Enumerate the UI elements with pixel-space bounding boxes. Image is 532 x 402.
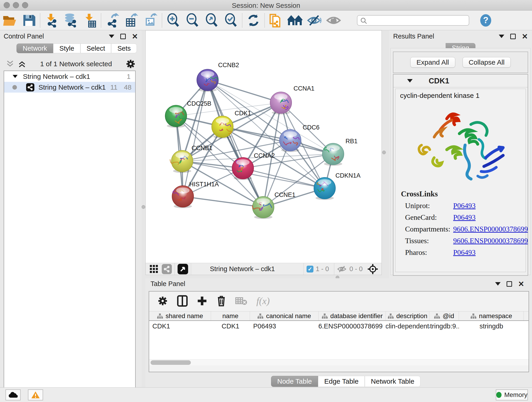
panel-float-icon[interactable] xyxy=(510,34,516,39)
crosslink-link[interactable]: P06493 xyxy=(453,213,476,222)
control-tab-style[interactable]: Style xyxy=(53,44,80,53)
crosslink-link[interactable]: P06493 xyxy=(453,201,476,210)
network-collection-row[interactable]: String Network – cdk1 1 xyxy=(4,71,135,82)
table-cell[interactable]: CDK1 xyxy=(149,321,211,332)
crosslink-link[interactable]: P06493 xyxy=(453,248,476,257)
left-splitter-handle[interactable] xyxy=(142,205,145,209)
refresh-icon[interactable] xyxy=(244,12,263,28)
panel-close-icon[interactable]: ✕ xyxy=(522,34,528,39)
panel-close-icon[interactable]: ✕ xyxy=(132,34,138,39)
table-cell[interactable]: P06493 xyxy=(250,321,319,332)
collection-expander-icon[interactable] xyxy=(13,75,18,78)
entry-expander-icon[interactable] xyxy=(407,79,413,83)
node-CDKN1A[interactable]: CDKN1A xyxy=(314,172,361,200)
show-columns-icon[interactable] xyxy=(177,295,188,307)
collapse-all-icon[interactable] xyxy=(6,60,15,68)
network-options-gear-icon[interactable] xyxy=(126,59,136,69)
expand-all-button[interactable]: Expand All xyxy=(410,57,455,68)
table-row[interactable]: CDK1CDK1P064939606.ENSP00000378699cyclin… xyxy=(149,321,529,332)
column-header-name[interactable]: name xyxy=(211,312,250,320)
zoom-fit-icon[interactable] xyxy=(202,12,221,28)
export-network-icon[interactable] xyxy=(103,12,122,28)
show-all-eye-icon[interactable] xyxy=(324,12,343,28)
network-canvas[interactable]: CCNB2CCNA1CDC25BCDK1CDC6RB1CCNB1CCNA2CDK… xyxy=(146,30,382,275)
crosshair-icon[interactable] xyxy=(367,264,378,274)
table-panel: Table Panel ✕ f(x) shared namenamecanoni… xyxy=(146,278,532,387)
protein-entry-header[interactable]: CDK1 xyxy=(393,75,528,87)
collapse-all-button[interactable]: Collapse All xyxy=(462,57,511,68)
open-file-icon[interactable] xyxy=(0,12,19,28)
network-share-view-icon[interactable] xyxy=(162,264,172,274)
save-session-icon[interactable] xyxy=(19,12,38,28)
open-in-window-icon[interactable] xyxy=(177,264,188,274)
control-tab-sets[interactable]: Sets xyxy=(111,44,137,53)
column-header-canonical-name[interactable]: canonical name xyxy=(250,312,319,320)
function-builder-icon: f(x) xyxy=(256,295,270,306)
table-options-gear-icon[interactable] xyxy=(157,296,168,306)
create-column-icon[interactable] xyxy=(197,296,207,306)
table-cell[interactable]: cyclin-dependent ... xyxy=(386,321,429,332)
cloud-status-button[interactable] xyxy=(6,389,21,400)
node-RB1[interactable]: RB1 xyxy=(322,138,358,166)
import-network-database-icon[interactable] xyxy=(61,12,80,28)
help-icon[interactable]: ? xyxy=(476,12,495,28)
import-network-file-icon[interactable] xyxy=(42,12,61,28)
table-tab-node-table[interactable]: Node Table xyxy=(271,376,318,387)
control-tab-select[interactable]: Select xyxy=(80,44,111,53)
grid-view-icon[interactable] xyxy=(149,264,158,274)
table-cell[interactable]: stringdb:9... xyxy=(429,321,459,332)
crosslink-link[interactable]: 9606.ENSP00000378699 xyxy=(453,236,528,245)
table-tab-edge-table[interactable]: Edge Table xyxy=(318,376,365,387)
panel-menu-icon[interactable] xyxy=(495,282,500,286)
table-horizontal-scrollbar[interactable] xyxy=(149,359,529,365)
duplicate-network-icon[interactable] xyxy=(266,12,285,28)
table-cell[interactable]: stringdb xyxy=(459,321,524,332)
column-header-shared-name[interactable]: shared name xyxy=(149,312,211,320)
right-splitter-handle[interactable] xyxy=(382,151,386,154)
zoom-in-icon[interactable] xyxy=(164,12,183,28)
column-header-database-identifier[interactable]: database identifier xyxy=(319,312,386,320)
hide-selected-eye-icon[interactable] xyxy=(305,12,324,28)
node-CDC25B[interactable]: CDC25B xyxy=(165,100,211,128)
edge-CCNB2-CCNE1[interactable] xyxy=(208,80,263,207)
crosslink-row: GeneCard:P06493 xyxy=(405,213,528,222)
edge-CCNB2-CCNA1[interactable] xyxy=(208,80,281,103)
panel-menu-icon[interactable] xyxy=(499,35,504,38)
search-input[interactable] xyxy=(357,15,469,26)
node-table[interactable]: shared namenamecanonical namedatabase id… xyxy=(149,311,529,365)
node-CCNA1[interactable]: CCNA1 xyxy=(270,85,315,114)
table-cell[interactable]: CDK1 xyxy=(211,321,250,332)
birds-eye-icon[interactable] xyxy=(285,12,305,28)
zoom-out-icon[interactable] xyxy=(183,12,202,28)
panel-close-icon[interactable]: ✕ xyxy=(518,281,524,287)
panel-float-icon[interactable] xyxy=(507,281,512,287)
node-CCNE1[interactable]: CCNE1 xyxy=(253,191,296,219)
panel-menu-icon[interactable] xyxy=(109,35,114,38)
scrollbar-thumb[interactable] xyxy=(151,360,191,365)
export-table-icon[interactable] xyxy=(122,12,141,28)
network-row[interactable]: String Network – cdk1 11 48 xyxy=(4,82,135,93)
expand-all-icon[interactable] xyxy=(18,60,27,68)
node-HIST1H1A[interactable]: HIST1H1A xyxy=(172,181,219,208)
warnings-button[interactable] xyxy=(28,389,43,400)
export-image-icon[interactable] xyxy=(141,12,160,28)
zoom-selected-icon[interactable] xyxy=(221,12,241,28)
results-panel: Results Panel ✕ String Expand All Collap… xyxy=(389,30,532,278)
memory-button[interactable]: Memory xyxy=(496,389,528,400)
column-header-@id[interactable]: @id xyxy=(429,312,459,320)
table-tab-network-table[interactable]: Network Table xyxy=(365,376,421,387)
crosslink-link[interactable]: 9606.ENSP00000378699 xyxy=(453,225,528,233)
column-header-namespace[interactable]: namespace xyxy=(459,312,524,320)
string-network-graph[interactable]: CCNB2CCNA1CDC25BCDK1CDC6RB1CCNB1CCNA2CDK… xyxy=(146,31,381,263)
panel-float-icon[interactable] xyxy=(120,34,126,39)
control-tab-network[interactable]: Network xyxy=(17,44,53,53)
control-panel: Control Panel ✕ NetworkStyleSelectSets 1… xyxy=(0,30,142,387)
import-table-file-icon[interactable] xyxy=(80,12,99,28)
selected-checkbox-icon[interactable]: ✓ xyxy=(307,266,313,273)
delete-column-icon[interactable] xyxy=(216,295,226,307)
collection-count: 1 xyxy=(127,73,131,80)
column-header-description[interactable]: description xyxy=(386,312,429,320)
edge-HIST1H1A-CCNE1[interactable] xyxy=(183,196,263,207)
node-CCNB1[interactable]: CCNB1 xyxy=(170,145,212,173)
table-cell[interactable]: 9606.ENSP00000378699 xyxy=(319,321,386,332)
